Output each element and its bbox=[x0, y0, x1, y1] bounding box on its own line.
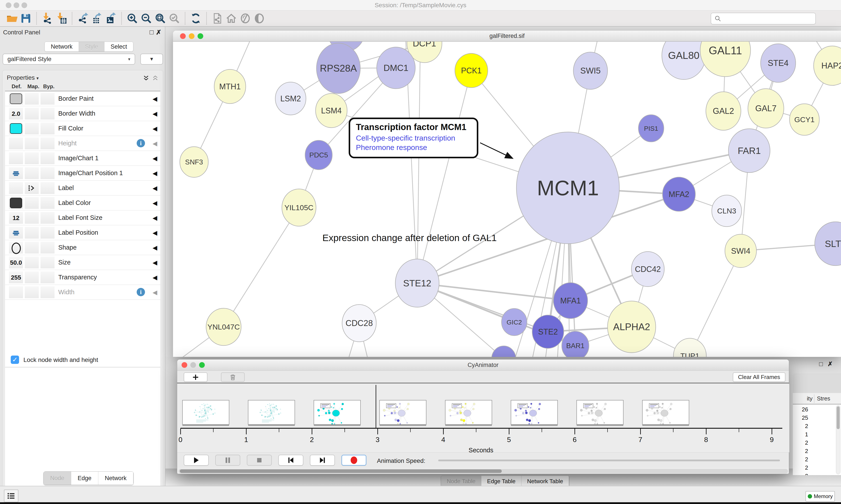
default-cell[interactable] bbox=[9, 138, 23, 149]
hide-details-icon[interactable] bbox=[238, 12, 252, 25]
tab-style[interactable]: Style bbox=[79, 42, 105, 51]
property-row-height[interactable]: Heighti◀ bbox=[5, 136, 160, 151]
open-session-icon[interactable] bbox=[5, 12, 19, 25]
bypass-cell[interactable] bbox=[40, 227, 55, 239]
table-cell-value[interactable]: 26 bbox=[793, 406, 808, 413]
lock-size-checkbox[interactable]: ✓ bbox=[11, 356, 19, 364]
property-row-border-width[interactable]: 2.0Border Width◀ bbox=[5, 106, 160, 121]
expand-row-icon[interactable]: ◀ bbox=[153, 170, 157, 177]
tab-network-bottom[interactable]: Network bbox=[99, 472, 133, 485]
default-cell[interactable] bbox=[9, 242, 23, 254]
float-panel-icon[interactable]: □ bbox=[149, 29, 154, 36]
network-edge[interactable] bbox=[417, 71, 471, 283]
table-cell-value[interactable]: 2 bbox=[793, 456, 808, 463]
search-field[interactable] bbox=[711, 13, 816, 24]
annotation-box[interactable]: Transcription factor MCM1 Cell-type-spec… bbox=[349, 118, 478, 158]
close-panel-icon[interactable]: ✗ bbox=[156, 29, 161, 36]
skip-to-start-button[interactable] bbox=[279, 455, 303, 466]
position-icon[interactable] bbox=[13, 230, 19, 236]
home-icon[interactable] bbox=[224, 12, 238, 25]
default-cell[interactable] bbox=[9, 123, 23, 134]
close-panel-icon[interactable]: ✗ bbox=[828, 361, 833, 367]
export-network-icon[interactable] bbox=[76, 12, 90, 25]
mapping-cell[interactable] bbox=[25, 197, 39, 209]
bypass-cell[interactable] bbox=[40, 123, 55, 134]
mapping-cell[interactable] bbox=[25, 152, 39, 164]
play-button[interactable] bbox=[184, 455, 209, 466]
bypass-cell[interactable] bbox=[40, 93, 55, 105]
bypass-cell[interactable] bbox=[40, 286, 55, 298]
cyanimator-titlebar[interactable]: CyAnimator bbox=[177, 360, 789, 371]
frame-thumbnail-2[interactable] bbox=[314, 400, 361, 425]
property-row-border-paint[interactable]: Border Paint◀ bbox=[5, 91, 160, 106]
column-header-stress[interactable]: Stres bbox=[817, 395, 830, 402]
timeline-horizontal-scrollbar[interactable] bbox=[179, 469, 788, 473]
memory-button[interactable]: Memory bbox=[806, 491, 835, 502]
property-row-label-color[interactable]: Label Color◀ bbox=[5, 196, 160, 211]
default-cell[interactable]: 2.0 bbox=[9, 108, 23, 120]
show-details-icon[interactable] bbox=[252, 12, 266, 25]
animation-speed-slider[interactable] bbox=[438, 460, 780, 461]
expand-row-icon[interactable]: ◀ bbox=[153, 184, 157, 192]
expand-all-icon[interactable] bbox=[143, 75, 149, 81]
network-node-CUT2[interactable] bbox=[492, 346, 516, 357]
mapping-icon[interactable] bbox=[28, 185, 35, 191]
mapping-cell[interactable] bbox=[25, 123, 39, 134]
expand-row-icon[interactable]: ◀ bbox=[153, 155, 157, 162]
mapping-cell[interactable] bbox=[25, 138, 39, 149]
annotation-link-1[interactable]: Cell-type-specific transcription bbox=[356, 134, 471, 142]
shape-ellipse-icon[interactable] bbox=[12, 242, 21, 254]
mapping-cell[interactable] bbox=[25, 93, 39, 105]
mapping-cell[interactable] bbox=[25, 227, 39, 239]
float-panel-icon[interactable]: □ bbox=[819, 361, 823, 367]
info-icon[interactable]: i bbox=[137, 288, 145, 296]
tab-network[interactable]: Network bbox=[45, 42, 79, 51]
default-swatch[interactable] bbox=[10, 93, 22, 104]
property-row-label-font-size[interactable]: 12Label Font Size◀ bbox=[5, 211, 160, 225]
expand-row-icon[interactable]: ◀ bbox=[153, 110, 157, 118]
expand-row-icon[interactable]: ◀ bbox=[153, 199, 157, 207]
table-cell-value[interactable]: 1 bbox=[793, 431, 808, 438]
frame-thumbnail-6[interactable] bbox=[576, 400, 624, 425]
expand-row-icon[interactable]: ◀ bbox=[153, 289, 157, 296]
bypass-cell[interactable] bbox=[40, 182, 55, 194]
bypass-cell[interactable] bbox=[40, 257, 55, 268]
copy-view-icon[interactable] bbox=[210, 12, 224, 25]
column-header-ity[interactable]: ity bbox=[807, 395, 812, 402]
network-edge[interactable] bbox=[223, 208, 299, 327]
default-value[interactable]: 12 bbox=[9, 215, 23, 221]
timeline-playhead[interactable] bbox=[376, 385, 376, 428]
property-row-label-position[interactable]: Label Position◀ bbox=[5, 225, 160, 240]
tab-edge[interactable]: Edge bbox=[71, 472, 99, 485]
record-button[interactable] bbox=[341, 455, 366, 466]
bypass-cell[interactable] bbox=[40, 212, 55, 224]
scrollbar-thumb[interactable] bbox=[180, 469, 502, 473]
table-cell-value[interactable]: 2 bbox=[793, 448, 808, 454]
bypass-cell[interactable] bbox=[40, 138, 55, 149]
frame-thumbnail-4[interactable] bbox=[445, 400, 492, 425]
property-row-size[interactable]: 50.0Size◀ bbox=[5, 255, 160, 270]
import-network-icon[interactable] bbox=[40, 12, 54, 25]
property-row-transparency[interactable]: 255Transparency◀ bbox=[5, 270, 160, 285]
default-swatch[interactable] bbox=[10, 123, 22, 134]
save-session-icon[interactable] bbox=[19, 12, 33, 25]
frame-thumbnail-5[interactable] bbox=[511, 400, 558, 425]
mapping-cell[interactable] bbox=[25, 271, 39, 283]
default-value[interactable]: 50.0 bbox=[9, 259, 23, 266]
bypass-cell[interactable] bbox=[40, 271, 55, 283]
zoom-out-icon[interactable] bbox=[139, 12, 153, 25]
network-window-titlebar[interactable]: galFiltered.sif bbox=[173, 31, 841, 41]
default-value[interactable]: 255 bbox=[9, 274, 23, 281]
tab-edge-table[interactable]: Edge Table bbox=[481, 476, 521, 487]
zoom-fit-icon[interactable] bbox=[153, 12, 167, 25]
property-row-width[interactable]: Widthi◀ bbox=[5, 285, 160, 300]
frame-thumbnail-3[interactable] bbox=[379, 400, 426, 425]
properties-header[interactable]: Properties ▾ bbox=[7, 74, 38, 81]
pause-button[interactable] bbox=[215, 455, 240, 466]
position-icon[interactable] bbox=[13, 170, 19, 177]
export-image-icon[interactable] bbox=[104, 12, 118, 25]
default-swatch[interactable] bbox=[10, 198, 22, 208]
add-frame-button[interactable] bbox=[184, 373, 208, 382]
bypass-cell[interactable] bbox=[40, 242, 55, 254]
tab-select[interactable]: Select bbox=[105, 42, 133, 51]
